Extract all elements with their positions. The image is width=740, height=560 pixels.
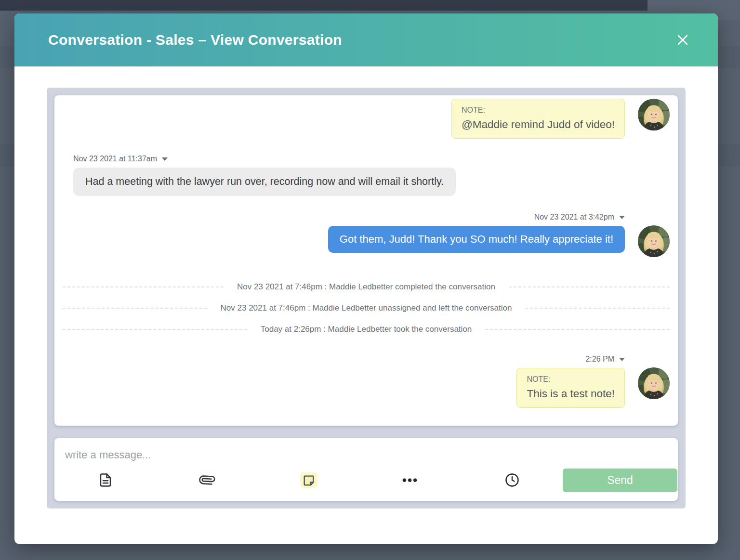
system-event-row: Nov 23 2021 at 7:46pm : Maddie Ledbetter… (54, 282, 678, 292)
timestamp-text: Nov 23 2021 at 3:42pm (534, 213, 614, 221)
message-timestamp[interactable]: 2:26 PM (585, 355, 625, 364)
message-composer: ••• Send (54, 438, 678, 501)
clock-icon (505, 473, 519, 487)
message-row: Nov 23 2021 at 11:37am Had a meeting wit… (54, 155, 678, 196)
page-title: Conversation - Sales – View Conversation (48, 32, 673, 48)
separator-line (63, 329, 247, 330)
caret-down-icon (619, 358, 625, 361)
file-text-icon (98, 472, 113, 488)
separator-line (509, 287, 670, 287)
schedule-button[interactable] (461, 472, 563, 488)
close-button[interactable] (673, 30, 693, 50)
message-input[interactable] (54, 438, 678, 463)
avatar (638, 99, 670, 130)
note-label: NOTE: (462, 106, 615, 115)
note-bubble: NOTE: @Maddie remind Judd of video! (451, 99, 625, 139)
message-row: 2:26 PM NOTE: This is a test note! (54, 355, 678, 408)
sticky-note-glow (300, 472, 317, 488)
message-timestamp[interactable]: Nov 23 2021 at 3:42pm (534, 213, 625, 221)
conversation-modal: Conversation - Sales – View Conversation… (14, 13, 718, 544)
separator-line (63, 287, 224, 287)
timestamp-text: 2:26 PM (585, 355, 614, 364)
page-background-top-strip (0, 0, 740, 11)
note-bubble: NOTE: This is a test note! (516, 368, 625, 408)
caret-down-icon (162, 157, 168, 161)
more-options-button[interactable]: ••• (359, 472, 461, 488)
close-icon (674, 32, 691, 48)
note-label: NOTE: (527, 375, 615, 384)
composer-toolbar: ••• Send (54, 463, 678, 501)
message-row: Nov 23 2021 at 3:42pm Got them, Judd! Th… (54, 213, 678, 257)
note-text: This is a test note! (527, 388, 615, 400)
send-button[interactable]: Send (563, 469, 677, 492)
avatar (638, 367, 670, 399)
message-timestamp[interactable]: Nov 23 2021 at 11:37am (73, 155, 456, 163)
add-note-button[interactable] (258, 472, 359, 488)
avatar (638, 225, 670, 257)
separator-line (485, 329, 670, 330)
incoming-message-bubble: Had a meeting with the lawyer run over, … (73, 168, 456, 196)
attach-file-button[interactable] (156, 472, 258, 488)
separator-line (525, 308, 670, 309)
paperclip-icon (196, 469, 218, 491)
system-event-row: Today at 2:26pm : Maddie Ledbetter took … (54, 325, 678, 334)
caret-down-icon (619, 216, 625, 219)
chat-thread: NOTE: @Maddie remind Judd of video! Nov … (54, 95, 678, 426)
template-button[interactable] (54, 472, 156, 488)
more-options-icon: ••• (402, 475, 418, 485)
modal-header: Conversation - Sales – View Conversation (14, 13, 718, 66)
system-event-row: Nov 23 2021 at 7:46pm : Maddie Ledbetter… (54, 303, 678, 313)
system-event-text: Nov 23 2021 at 7:46pm : Maddie Ledbetter… (207, 303, 526, 313)
conversation-panel: NOTE: @Maddie remind Judd of video! Nov … (47, 88, 686, 508)
separator-line (63, 308, 207, 309)
sticky-note-icon (302, 474, 316, 487)
note-text: @Maddie remind Judd of video! (462, 118, 615, 131)
outgoing-message-bubble: Got them, Judd! Thank you SO much! Reall… (328, 226, 625, 253)
system-event-text: Nov 23 2021 at 7:46pm : Maddie Ledbetter… (224, 282, 509, 292)
message-row: NOTE: @Maddie remind Judd of video! (54, 99, 678, 139)
system-event-text: Today at 2:26pm : Maddie Ledbetter took … (247, 325, 486, 334)
timestamp-text: Nov 23 2021 at 11:37am (73, 155, 157, 163)
